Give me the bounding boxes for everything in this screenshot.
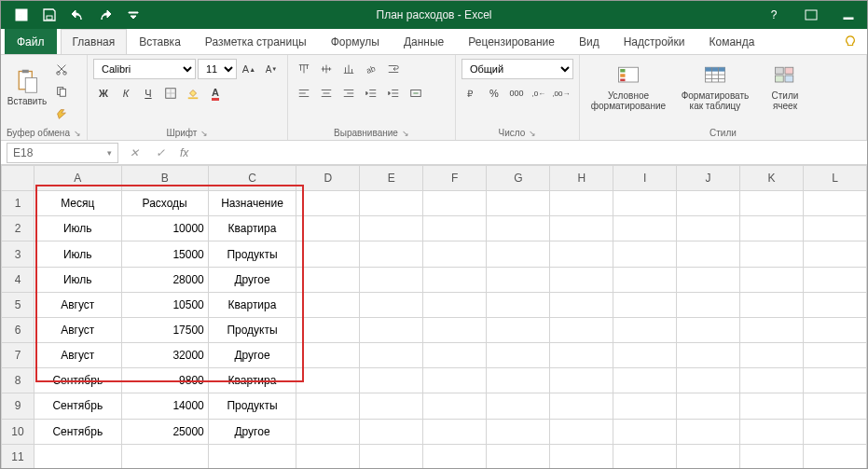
column-header[interactable]: C bbox=[208, 166, 296, 191]
cell[interactable] bbox=[487, 419, 550, 444]
cell[interactable] bbox=[487, 317, 550, 342]
cell[interactable] bbox=[360, 292, 423, 317]
cell[interactable] bbox=[423, 267, 487, 292]
cell[interactable]: Август bbox=[34, 292, 122, 317]
cell[interactable] bbox=[423, 191, 487, 216]
cell[interactable]: 9800 bbox=[121, 368, 208, 393]
cell[interactable] bbox=[360, 368, 423, 393]
tell-me-icon[interactable] bbox=[834, 29, 867, 54]
redo-icon[interactable] bbox=[92, 1, 118, 29]
cell[interactable]: 10000 bbox=[121, 216, 208, 241]
dialog-launcher-icon[interactable]: ↘ bbox=[529, 129, 536, 138]
column-header[interactable]: B bbox=[121, 166, 208, 191]
cell[interactable] bbox=[613, 444, 677, 469]
cell[interactable] bbox=[739, 368, 803, 393]
paste-button[interactable]: Вставить bbox=[7, 59, 48, 115]
cell[interactable] bbox=[487, 343, 550, 368]
chevron-down-icon[interactable]: ▾ bbox=[107, 148, 112, 158]
cell[interactable] bbox=[677, 444, 740, 469]
cell[interactable] bbox=[677, 292, 740, 317]
cell[interactable] bbox=[803, 267, 866, 292]
cell[interactable] bbox=[360, 216, 423, 241]
increase-decimal-icon[interactable]: ,0← bbox=[529, 83, 549, 103]
align-top-icon[interactable] bbox=[294, 59, 314, 79]
cell[interactable] bbox=[296, 191, 360, 216]
format-painter-icon[interactable] bbox=[51, 103, 72, 124]
cell[interactable] bbox=[550, 241, 613, 267]
cell[interactable] bbox=[803, 419, 866, 444]
cell[interactable] bbox=[360, 241, 423, 267]
row-header[interactable]: 2 bbox=[2, 216, 34, 241]
cell[interactable] bbox=[550, 368, 613, 393]
cell[interactable] bbox=[360, 393, 423, 419]
cell[interactable]: Июль bbox=[34, 216, 122, 241]
cell[interactable] bbox=[613, 317, 677, 342]
cell[interactable] bbox=[208, 444, 296, 469]
cell[interactable] bbox=[613, 368, 677, 393]
decrease-decimal-icon[interactable]: ,00→ bbox=[551, 83, 572, 103]
cell[interactable] bbox=[360, 444, 423, 469]
dialog-launcher-icon[interactable]: ↘ bbox=[200, 129, 208, 138]
column-header[interactable]: A bbox=[34, 166, 122, 191]
tab-home[interactable]: Главная bbox=[61, 29, 128, 54]
cell[interactable] bbox=[360, 419, 423, 444]
italic-button[interactable]: К bbox=[116, 83, 136, 103]
fill-color-icon[interactable] bbox=[183, 83, 203, 103]
cell[interactable]: Другое bbox=[208, 267, 296, 292]
cell[interactable]: Сентябрь bbox=[34, 368, 122, 393]
row-header[interactable]: 3 bbox=[2, 241, 34, 267]
cell[interactable] bbox=[423, 419, 487, 444]
cell[interactable]: 17500 bbox=[121, 317, 208, 342]
cell[interactable]: Квартира bbox=[208, 216, 296, 241]
cell[interactable] bbox=[487, 444, 550, 469]
cell[interactable] bbox=[803, 241, 866, 267]
cell-styles-button[interactable]: Стили ячеек bbox=[759, 59, 811, 115]
orientation-icon[interactable]: ab bbox=[361, 59, 381, 79]
tab-formulas[interactable]: Формулы bbox=[319, 29, 392, 54]
cell[interactable] bbox=[296, 419, 360, 444]
cell[interactable]: Продукты bbox=[208, 393, 296, 419]
cell[interactable]: 28000 bbox=[121, 267, 208, 292]
cell[interactable] bbox=[121, 444, 208, 469]
cell[interactable] bbox=[677, 191, 740, 216]
column-header[interactable]: J bbox=[677, 166, 740, 191]
cell[interactable] bbox=[423, 343, 487, 368]
cell[interactable] bbox=[803, 191, 866, 216]
decrease-indent-icon[interactable] bbox=[361, 83, 381, 103]
cell[interactable]: Продукты bbox=[208, 241, 296, 267]
comma-format-icon[interactable]: 000 bbox=[506, 83, 527, 103]
merge-icon[interactable] bbox=[406, 83, 426, 103]
cell[interactable] bbox=[550, 419, 613, 444]
cell[interactable] bbox=[296, 216, 360, 241]
cut-icon[interactable] bbox=[51, 59, 72, 79]
cell[interactable] bbox=[296, 292, 360, 317]
column-header[interactable]: I bbox=[613, 166, 677, 191]
ribbon-display-icon[interactable] bbox=[792, 1, 830, 29]
cell[interactable] bbox=[423, 292, 487, 317]
copy-icon[interactable] bbox=[51, 81, 72, 102]
row-header[interactable]: 1 bbox=[2, 191, 34, 216]
format-as-table-button[interactable]: Форматировать как таблицу bbox=[675, 59, 755, 115]
increase-indent-icon[interactable] bbox=[383, 83, 404, 103]
cell[interactable] bbox=[360, 267, 423, 292]
cell[interactable] bbox=[803, 343, 866, 368]
cell[interactable] bbox=[677, 267, 740, 292]
cancel-formula-icon[interactable]: ✕ bbox=[124, 143, 145, 163]
underline-button[interactable]: Ч bbox=[138, 83, 158, 103]
cell[interactable] bbox=[677, 419, 740, 444]
undo-icon[interactable] bbox=[64, 1, 90, 29]
cell[interactable] bbox=[613, 393, 677, 419]
cell[interactable] bbox=[360, 317, 423, 342]
cell[interactable] bbox=[803, 444, 866, 469]
column-header[interactable]: D bbox=[296, 166, 360, 191]
font-name-combo[interactable]: Calibri bbox=[93, 59, 196, 79]
formula-input[interactable] bbox=[194, 143, 867, 163]
row-header[interactable]: 4 bbox=[2, 267, 34, 292]
column-header[interactable]: H bbox=[550, 166, 613, 191]
cell[interactable] bbox=[487, 368, 550, 393]
cell[interactable] bbox=[550, 191, 613, 216]
column-header[interactable]: G bbox=[487, 166, 550, 191]
cell[interactable] bbox=[487, 292, 550, 317]
tab-file[interactable]: Файл bbox=[5, 29, 57, 54]
tab-view[interactable]: Вид bbox=[567, 29, 612, 54]
